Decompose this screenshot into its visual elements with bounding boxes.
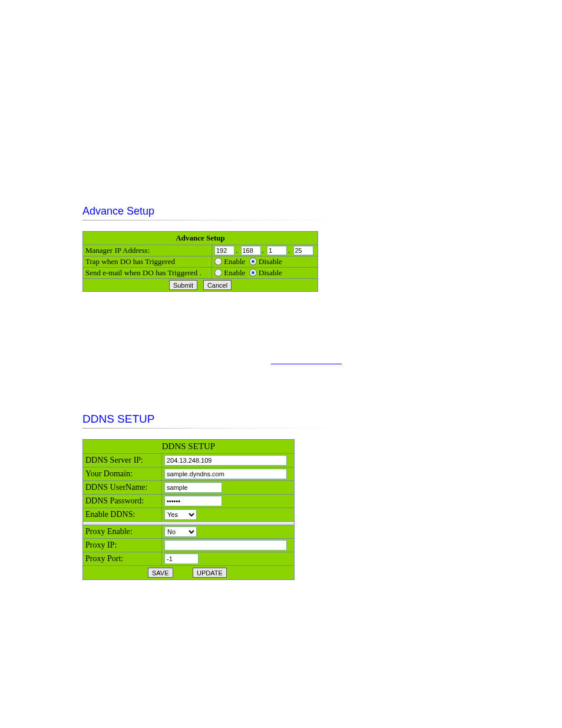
ddns-user-input[interactable] (164, 482, 222, 493)
email-disable-radio[interactable] (249, 269, 257, 276)
advance-setup-table: Advance Setup Manager IP Address: . . . … (82, 231, 318, 292)
ddns-pass-label: DDNS Password: (83, 495, 162, 508)
trap-disable-radio[interactable] (249, 258, 257, 265)
ddns-table-title: DDNS SETUP (83, 440, 295, 454)
ddns-setup-heading: DDNS SETUP (82, 413, 509, 426)
update-button[interactable]: UPDATE (193, 568, 227, 578)
ip-octet-2[interactable] (241, 246, 261, 255)
dyndns-link[interactable] (271, 357, 342, 364)
enable-text2: Enable (224, 268, 245, 277)
ddns-server-ip-input[interactable] (164, 455, 287, 466)
ddns-enable-select[interactable]: Yes (164, 509, 197, 520)
proxy-port-label: Proxy Port: (83, 552, 162, 566)
email-radio-group: Enable Disable (212, 268, 318, 279)
manager-ip-label: Manager IP Address: (83, 245, 212, 256)
enable-text: Enable (224, 257, 245, 266)
advance-setup-heading: Advance Setup (82, 205, 509, 218)
email-label: Send e-mail when DO has Triggered . (83, 268, 212, 279)
ddns-table: DDNS SETUP DDNS Server IP: Your Domain: … (82, 439, 295, 580)
trap-enable-radio[interactable] (214, 258, 222, 265)
disable-text: Disable (259, 257, 282, 266)
ip-octet-1[interactable] (214, 246, 234, 255)
trap-radio-group: Enable Disable (212, 256, 318, 268)
ddns-pass-input[interactable] (164, 496, 222, 506)
email-enable-radio[interactable] (214, 269, 222, 276)
manager-ip-cell: . . . (212, 245, 318, 256)
proxy-ip-input[interactable] (164, 540, 287, 551)
cancel-button[interactable]: Cancel (203, 280, 232, 290)
mid-blank-space (82, 292, 509, 339)
ddns-user-label: DDNS UserName: (83, 481, 162, 495)
divider2 (82, 428, 509, 429)
ip-octet-4[interactable] (293, 246, 313, 255)
advance-table-title: Advance Setup (83, 232, 318, 245)
proxy-enable-select[interactable]: No (164, 526, 197, 537)
ddns-server-ip-label: DDNS Server IP: (83, 454, 162, 467)
submit-button[interactable]: Submit (169, 280, 197, 290)
ddns-enable-label: Enable DDNS: (83, 508, 162, 522)
disable-text2: Disable (259, 268, 282, 277)
proxy-enable-label: Proxy Enable: (83, 525, 162, 539)
proxy-port-input[interactable] (164, 554, 199, 564)
top-blank-space (82, 24, 509, 200)
ip-octet-3[interactable] (267, 246, 287, 255)
ddns-domain-label: Your Domain: (83, 467, 162, 481)
ddns-domain-input[interactable] (164, 469, 287, 479)
trap-label: Trap when DO has Triggered (83, 256, 212, 268)
divider (82, 220, 509, 220)
save-button[interactable]: SAVE (148, 568, 173, 578)
proxy-ip-label: Proxy IP: (83, 539, 162, 552)
